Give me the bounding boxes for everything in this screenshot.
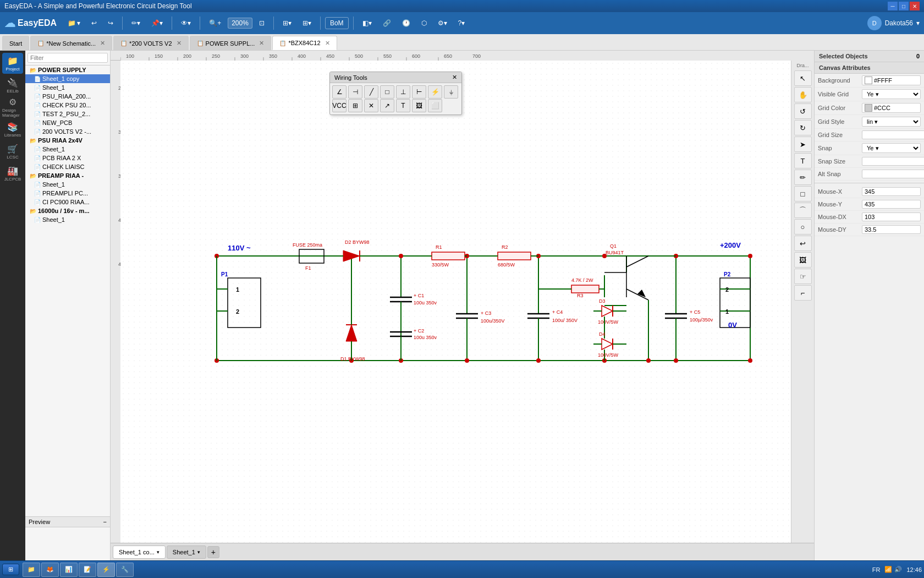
wt-bus-button[interactable]: ⊣ [348,85,362,99]
rt-arc-btn[interactable]: ⌒ [794,203,812,218]
wt-vcc-button[interactable]: VCC [332,99,346,112]
rt-pan-button[interactable]: ✋ [794,87,812,102]
rt-hand-btn[interactable]: ☞ [794,269,812,284]
tree-item-sheet1[interactable]: 📄 Sheet_1 [25,83,110,92]
wt-group-button[interactable]: ⬜ [428,99,442,112]
rt-rotate-btn[interactable]: ↩ [794,236,812,251]
tree-item-ci-pc900[interactable]: 📄 CI PC900 RIAA... [25,198,110,206]
taskbar-other[interactable]: 🔧 [116,563,134,577]
wt-noconnect-button[interactable]: ✕ [364,99,378,112]
sidebar-item-jlcpcb[interactable]: 🏭 JLCPCB [2,163,23,184]
preview-collapse-icon[interactable]: − [103,519,107,525]
grid-color-value[interactable]: #CCC [862,103,921,113]
sidebar-item-lcsc[interactable]: 🛒 LCSC [2,141,23,162]
rt-corner-btn[interactable]: ⌐ [794,285,812,301]
wt-bus-entry-button[interactable]: ⊞ [348,99,362,112]
wiring-tools-header[interactable]: Wiring Tools ✕ [330,72,461,83]
filter-input[interactable] [28,53,108,63]
rt-zoom-btn[interactable]: ↺ [794,103,812,119]
tab-200volts[interactable]: 📋 *200 VOLTS V2 ✕ [113,36,188,50]
help-button[interactable]: ?▾ [454,17,470,29]
tab-start[interactable]: Start [2,36,29,50]
tree-item-sheet-copy[interactable]: 📄 Sheet_1 copy [25,74,110,83]
tree-item-psu-riaa-folder[interactable]: 📂 PSU RIAA 2x4V [25,136,110,145]
close-button[interactable]: ✕ [910,2,920,10]
rt-text-btn[interactable]: T [794,153,812,168]
wt-line-button[interactable]: ╱ [364,85,378,99]
wt-ground-button[interactable]: ⏚ [444,85,458,99]
wt-netlabel-button[interactable]: ⊢ [412,85,426,99]
bottom-tab-expand-1[interactable]: ▾ [157,549,160,555]
zoom-display[interactable]: 200% [228,18,252,29]
wt-rect-button[interactable]: □ [380,85,394,99]
place-menu-button[interactable]: 📌▾ [147,17,167,29]
tree-item-psu-riaa[interactable]: 📄 PSU_RIAA_200... [25,92,110,101]
rt-image-btn[interactable]: 🖼 [794,252,812,268]
file-menu-button[interactable]: 📁▾ [63,17,85,29]
zoom-fit-button[interactable]: ⊡ [255,17,269,29]
settings-menu-button[interactable]: ⚙▾ [433,17,452,29]
schematic-canvas[interactable]: 1 2 P1 110V ~ FUSE 250ma F1 D2 BYW98 [120,61,791,543]
taskbar-word[interactable]: 📝 [79,563,96,577]
tree-item-16000u-folder[interactable]: 📂 16000u / 16v - m... [25,206,110,215]
tree-item-pcb-riaa[interactable]: 📄 PCB RIAA 2 X [25,154,110,162]
tree-item-new-pcb[interactable]: 📄 NEW_PCB [25,118,110,127]
bottom-tab-expand-2[interactable]: ▾ [197,549,200,555]
tree-item-preampli[interactable]: 📄 PREAMPLI PC... [25,189,110,198]
tree-item-check-psu[interactable]: 📄 CHECK PSU 20... [25,101,110,110]
rt-rect-btn[interactable]: □ [794,186,812,201]
grid-size-input[interactable]: 5 [862,130,924,139]
layers-button[interactable]: ⬡ [417,17,431,29]
tree-item-power-supply[interactable]: 📂 POWER SUPPLY [25,66,110,74]
wt-image-button[interactable]: 🖼 [412,99,426,112]
visible-grid-select[interactable]: Ye ▾ No [862,89,921,99]
tree-item-sheet1-2[interactable]: 📄 Sheet_1 [25,145,110,154]
tab-power-suppl[interactable]: 📋 POWER SUPPL... ✕ [190,36,272,50]
sidebar-item-project[interactable]: 📁 Project [2,53,23,74]
rt-circle-btn[interactable]: ○ [794,219,812,235]
grid-button[interactable]: ⊞▾ [298,17,316,29]
bottom-tab-sheet-copy[interactable]: Sheet_1 co... ▾ [113,546,166,559]
wt-text-button[interactable]: T [396,99,410,112]
taskbar-excel[interactable]: 📊 [60,563,78,577]
tree-item-check-liaisc[interactable]: 📄 CHECK LIAISC [25,162,110,171]
taskbar-firefox[interactable]: 🦊 [41,563,59,577]
undo-button[interactable]: ↩ [87,17,101,29]
tab-close-4[interactable]: ✕ [325,40,330,47]
redo-button[interactable]: ↪ [103,17,118,29]
rt-pencil-btn[interactable]: ✏ [794,170,812,185]
share-button[interactable]: 🔗 [378,17,395,29]
minimize-button[interactable]: ─ [888,2,898,10]
tab-close-3[interactable]: ✕ [259,40,264,47]
background-value[interactable]: #FFFF [862,75,921,85]
rt-pointer-btn[interactable]: ➤ [794,137,812,152]
taskbar-easyeda[interactable]: ⚡ [97,563,115,577]
add-sheet-button[interactable]: + [207,546,219,558]
draw-menu-button[interactable]: ✏▾ [127,17,145,29]
grid-style-select[interactable]: lin ▾ dot [862,117,921,127]
sidebar-item-libraries[interactable]: 📚 Libraries [2,119,23,140]
zoom-in-button[interactable]: 🔍+ [205,17,226,29]
maximize-button[interactable]: □ [899,2,909,10]
tree-item-test2-psu[interactable]: 📄 TEST 2_PSU_2... [25,110,110,118]
wt-wire-button[interactable]: ∠ [332,85,346,99]
taskbar-explorer[interactable]: 📁 [23,563,40,577]
wt-probe-button[interactable]: ↗ [380,99,394,112]
wt-junction-button[interactable]: ⊥ [396,85,410,99]
wt-power-button[interactable]: ⚡ [428,85,442,99]
sidebar-item-design-manager[interactable]: ⚙ Design Manager [2,97,23,118]
start-button[interactable]: ⊞ [2,564,19,575]
tree-item-sheet1-3[interactable]: 📄 Sheet_1 [25,180,110,189]
tree-item-sheet1-4[interactable]: 📄 Sheet_1 [25,215,110,224]
tab-close-1[interactable]: ✕ [100,40,105,47]
bottom-tab-sheet1[interactable]: Sheet_1 ▾ [167,546,206,559]
wiring-tools-close-icon[interactable]: ✕ [452,74,457,81]
canvas-area[interactable]: 100 150 200 250 300 350 400 450 500 550 … [111,51,814,560]
snap-select[interactable]: Ye ▾ No [862,143,921,153]
tab-bzx84c12[interactable]: 📋 *BZX84C12 ✕ [272,36,337,50]
tab-close-2[interactable]: ✕ [177,40,182,47]
rt-select-button[interactable]: ↖ [794,70,812,86]
snap-button[interactable]: ⊞▾ [278,17,296,29]
theme-menu-button[interactable]: ◧▾ [358,17,376,29]
view-menu-button[interactable]: 👁▾ [177,17,195,29]
